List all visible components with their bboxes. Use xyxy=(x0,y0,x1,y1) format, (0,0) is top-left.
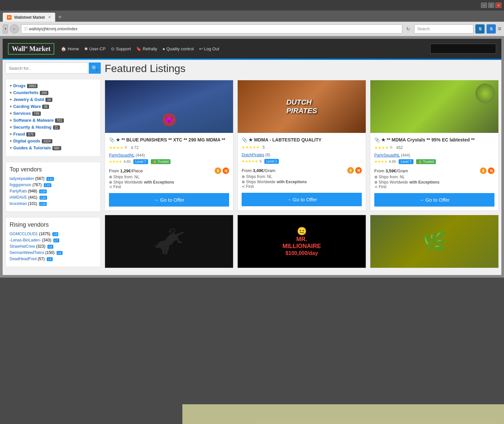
nav-bar: ▾ ← ⓘ wallstyizjhkrvmj.onion/index ↻ Sea… xyxy=(0,22,504,36)
lock-icon: ⓘ xyxy=(24,26,28,31)
listing-image-1: 😈 xyxy=(105,80,233,133)
ship-to-2: ⊕ Ships Worldwide with Exceptions xyxy=(242,180,362,184)
nav-back-button[interactable]: ← xyxy=(10,24,19,34)
category-item-software[interactable]: + Software & Malware763 xyxy=(10,118,96,123)
vendor-item[interactable]: brucelean (101) L10 xyxy=(10,201,96,206)
ship-to-3: ⊕ Ships Worldwide with Exceptions xyxy=(374,180,494,185)
price-line-2: From 3,49€/Gram ₿ Ɱ xyxy=(242,167,362,174)
crypto-icons-3: ₿ Ɱ xyxy=(480,167,494,174)
rating-num-1: 4.72 xyxy=(131,145,138,150)
rising-vendor-item[interactable]: -Lenas-BioLaden- (343) L7 xyxy=(10,238,96,242)
price-line-3: From 3,59€/Gram ₿ Ɱ xyxy=(374,167,494,174)
ship-from-3: ⊕ Ships from: NL xyxy=(374,175,494,179)
btc-icon-3: ₿ xyxy=(480,167,487,174)
rising-vendor-item[interactable]: StrawHatCrew (323) L8 xyxy=(10,244,96,249)
ship-from-1: ⊕ Ships from: NL xyxy=(109,175,229,179)
nav-user-cp[interactable]: ✱ User-CP xyxy=(84,46,106,51)
crypto-icons-1: ₿ Ɱ xyxy=(215,167,229,174)
crypto-icons-2: ₿ Ɱ xyxy=(347,167,362,174)
ship-from-2: ⊕ Ships from: NL xyxy=(242,174,362,179)
site-header: Wallst Market 🏠 Home ✱ User-CP ⊙ Support… xyxy=(3,39,501,59)
vendor-item[interactable]: PartyRats (948) L10 xyxy=(10,189,96,193)
search-input[interactable] xyxy=(5,62,89,74)
close-button[interactable]: ✕ xyxy=(495,3,501,8)
rising-vendors-title: Rising vendors xyxy=(10,221,96,228)
category-item-digital[interactable]: + Digital goods1024 xyxy=(10,138,96,143)
category-item-carding[interactable]: + Carding Ware36 xyxy=(10,104,96,109)
nav-support[interactable]: ⊙ Support xyxy=(111,46,131,51)
search-button[interactable]: 🔍 xyxy=(89,62,101,74)
refresh-button[interactable]: ↻ xyxy=(404,24,412,34)
rising-vendors-section: Rising vendors GGMCCLOUD1 (1875) L8 -Len… xyxy=(5,217,101,267)
vendor-item[interactable]: foggyperson (767) L10 xyxy=(10,183,96,187)
page-title: Featured Listings xyxy=(105,62,499,75)
vendor-item[interactable]: IAMDAVE (441) L10 xyxy=(10,195,96,200)
sidebar-search: 🔍 xyxy=(5,62,101,74)
listings-grid: 😈 📎 ★ ** BLUE PUNISHERS ** XTC ** 290 MG… xyxy=(105,80,499,268)
listing-image-6: 🌿 xyxy=(370,215,498,268)
rising-vendor-item[interactable]: GGMCCLOUD1 (1875) L8 xyxy=(10,232,96,236)
rising-vendor-item[interactable]: DeadHeadFred (57) L5 xyxy=(10,257,96,261)
tab-favicon: W xyxy=(7,15,12,20)
listing-title-3: 📎 ★ ** MDMA Crystals ** 95% EC labtested… xyxy=(374,137,494,143)
listing-card-5: 😐 MR.MILLIONAIRE$100,000/day xyxy=(237,215,366,268)
vendor-item[interactable]: ladyskywalker (587) L11 xyxy=(10,176,96,181)
escrow-3: ≺ First xyxy=(374,185,494,189)
xmr-icon-2: Ɱ xyxy=(355,167,362,174)
listing-image-4: 🫏 xyxy=(105,215,233,268)
new-tab-button[interactable]: + xyxy=(55,12,65,22)
nav-quality-control[interactable]: ● Quality control xyxy=(163,46,194,51)
extension-button-1[interactable]: S xyxy=(475,24,485,34)
rising-vendor-item[interactable]: GermanWeedTwins (150) L6 xyxy=(10,250,96,255)
level-badge-1: Level 7 xyxy=(133,159,148,164)
ship-to-1: ⊕ Ships Worldwide with Exceptions xyxy=(109,180,229,185)
tab-close-button[interactable]: ✕ xyxy=(48,15,51,19)
vendor-link-2[interactable]: DutchPirates xyxy=(242,153,264,157)
listing-body-1: 📎 ★ ** BLUE PUNISHERS ** XTC ** 290 MG M… xyxy=(105,133,233,211)
price-line-1: From 1,29€/Piece ₿ Ɱ xyxy=(109,167,229,174)
category-item-counterfeits[interactable]: + Counterfeits166 xyxy=(10,90,96,95)
star-rating-2: ★★★★★ xyxy=(242,145,260,150)
xmr-icon-1: Ɱ xyxy=(223,167,229,174)
page-content: Wallst Market 🏠 Home ✱ User-CP ⊙ Support… xyxy=(0,36,504,278)
listing-image-2: DUTCHPIRATES xyxy=(238,80,366,133)
minimize-button[interactable]: ─ xyxy=(481,3,487,8)
nav-log-out[interactable]: ↩ Log Out xyxy=(199,46,219,51)
nav-home[interactable]: 🏠 Home xyxy=(61,46,79,51)
rating-num-3: 452 xyxy=(396,145,403,150)
category-item-services[interactable]: + Services749 xyxy=(10,111,96,116)
vendor-link-1[interactable]: PartySquadNL xyxy=(109,153,135,158)
vendor-stars-2: ★★★★★ xyxy=(242,159,258,163)
goto-offer-button-2[interactable]: → Go to Offer xyxy=(242,193,362,206)
header-search-box[interactable] xyxy=(430,44,496,54)
vendor-line-1: PartySquadNL (444) xyxy=(109,153,229,158)
rating-num-2: 5 xyxy=(262,145,265,150)
category-item-jewelry[interactable]: + Jewelry & Gold16 xyxy=(10,97,96,102)
main-layout: 🔍 + Drugs3983 + Counterfeits166 + Jewelr… xyxy=(3,60,501,275)
extension-button-2[interactable]: S xyxy=(487,24,496,34)
goto-offer-button-1[interactable]: → Go to Offer xyxy=(109,193,229,207)
category-item-security[interactable]: + Security & Hosting21 xyxy=(10,125,96,130)
trusted-badge-1: 🔒 Trusted xyxy=(151,159,171,164)
listing-card-1: 😈 📎 ★ ** BLUE PUNISHERS ** XTC ** 290 MG… xyxy=(105,80,233,211)
maximize-button[interactable]: □ xyxy=(488,3,494,8)
category-item-fraud[interactable]: + Fraud675 xyxy=(10,132,96,137)
active-tab[interactable]: W Wallstreet Market ✕ xyxy=(3,12,55,22)
nav-dropdown-button[interactable]: ▾ xyxy=(3,24,8,34)
mr-millionaire-text: MR.MILLIONAIRE$100,000/day xyxy=(282,236,321,257)
main-content: Featured Listings 😈 📎 ★ ** BLUE PUNISHER xyxy=(105,62,499,272)
escrow-2: ≺ First xyxy=(242,184,362,189)
browser-menu-button[interactable]: ≡ xyxy=(498,25,501,32)
site-nav: 🏠 Home ✱ User-CP ⊙ Support 🔖 Refrally ● … xyxy=(61,46,219,51)
level-badge-3: Level 7 xyxy=(399,159,413,164)
nav-refrally[interactable]: 🔖 Refrally xyxy=(136,46,157,51)
vendor-line-3: PartySquadNL (444) xyxy=(374,153,494,158)
browser-search-bar[interactable]: Search xyxy=(414,24,473,34)
category-item-drugs[interactable]: + Drugs3983 xyxy=(10,83,96,88)
xmr-icon-3: Ɱ xyxy=(488,167,494,174)
vendor-link-3[interactable]: PartySquadNL xyxy=(374,153,400,158)
address-bar[interactable]: ⓘ wallstyizjhkrvmj.onion/index xyxy=(21,24,402,34)
goto-offer-button-3[interactable]: → Go to Offer xyxy=(374,193,494,207)
category-item-guides[interactable]: + Guides & Tutorials980 xyxy=(10,145,96,150)
listing-card-3: 📎 ★ ** MDMA Crystals ** 95% EC labtested… xyxy=(370,80,499,211)
